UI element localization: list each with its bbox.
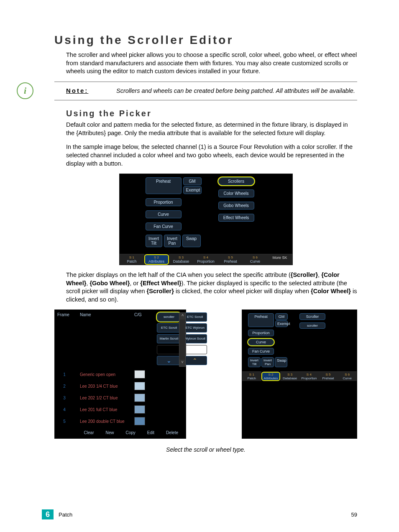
tab-s5[interactable]: S 5Preheat — [218, 254, 243, 265]
grid-etc2[interactable]: ETC Scroll — [157, 323, 181, 332]
grid-empty1[interactable] — [157, 345, 181, 354]
tab-s6[interactable]: S 6Curve — [338, 371, 357, 381]
grid-down-icon[interactable]: ⌄ — [157, 356, 181, 365]
table-row: 2Lee 203 1/4 CT blue — [55, 380, 186, 392]
preheat-button[interactable]: Preheat — [248, 313, 274, 327]
grid-empty2[interactable] — [183, 345, 207, 354]
tab-s6[interactable]: S 6Curve — [243, 254, 268, 265]
grid-scroller[interactable]: scroller — [157, 312, 181, 322]
gm-button[interactable]: GM — [183, 177, 202, 185]
invert-tilt-button[interactable]: Invert Tilt — [248, 357, 261, 367]
chapter-number: 6 — [42, 509, 54, 519]
invert-pan-button[interactable]: Invert Pan — [261, 357, 274, 367]
exempt-button[interactable]: Exempt — [275, 320, 288, 327]
chapter-name: Patch — [59, 512, 72, 518]
note-label: Note: — [66, 87, 116, 94]
color-wheels-button[interactable]: Color Wheels — [218, 189, 254, 197]
effect-wheels-button[interactable]: Effect Wheels — [218, 214, 254, 222]
curve-button[interactable]: Curve — [146, 210, 182, 218]
tab-s3[interactable]: S 3Database — [280, 371, 299, 381]
grid-etc1[interactable]: ETC Scroll — [183, 312, 207, 322]
intro-paragraph: The scroller and wheel picker allows you… — [66, 51, 357, 76]
gm-button[interactable]: GM — [275, 313, 288, 320]
tab-s4[interactable]: S 4Proportion — [194, 254, 218, 265]
invert-pan-button[interactable]: Invert Pan — [164, 235, 181, 247]
paragraph-2: Default color and pattern media for the … — [66, 121, 357, 137]
scroller2-button[interactable]: scroller — [299, 322, 325, 329]
paragraph-3: In the sample image below, the selected … — [66, 143, 357, 168]
new-button[interactable]: New — [105, 430, 114, 435]
exempt-button[interactable]: Exempt — [183, 186, 202, 194]
grid-up-icon[interactable]: ⌃ — [183, 356, 207, 365]
col-head-name: Name — [80, 312, 126, 368]
tab-more[interactable]: More SK — [268, 254, 292, 265]
scroll-up-icon[interactable]: ʌ — [179, 313, 185, 320]
figure-picker-right: Preheat GM Exempt Proportion Curve Fan C… — [242, 309, 357, 439]
figure-attributes-screen: Preheat GM Exempt Proportion Curve Fan C… — [119, 174, 293, 265]
fancurve-button[interactable]: Fan Curve — [248, 348, 274, 355]
table-row: 4Lee 201 full CT blue — [55, 404, 186, 415]
note-block: i Note: Scrollers and wheels can be crea… — [54, 82, 357, 101]
gobo-wheels-button[interactable]: Gobo Wheels — [218, 202, 254, 210]
figure-picker-left: Frame Name C/G scroller ETC Scroll ETC S… — [54, 309, 186, 439]
page-footer: 6 Patch 59 — [42, 509, 357, 519]
page-number: 59 — [351, 512, 357, 518]
curve-button[interactable]: Curve — [248, 339, 274, 345]
swap-button[interactable]: Swap — [182, 235, 201, 247]
note-text: Scrollers and wheels can be created befo… — [116, 87, 355, 95]
paragraph-4: The picker displays on the left half of … — [66, 271, 357, 304]
col-head-frame: Frame — [57, 312, 72, 368]
grid-wybron2[interactable]: Wybron Scroll — [183, 334, 207, 343]
figure-caption: Select the scroll or wheel type. — [54, 446, 357, 453]
copy-button[interactable]: Copy — [126, 430, 136, 435]
col-head-cg: C/G — [134, 312, 148, 368]
fancurve-button[interactable]: Fan Curve — [146, 223, 182, 230]
info-icon: i — [17, 82, 33, 99]
grid-martin[interactable]: Martin Scroll — [157, 334, 181, 343]
tab-s2[interactable]: S 2Attributes — [144, 254, 169, 265]
preheat-button[interactable]: Preheat — [146, 177, 182, 194]
table-row: 5Lee 200 double CT blue — [55, 415, 186, 427]
tab-s3[interactable]: S 3Database — [169, 254, 194, 265]
table-row: 3Lee 202 1/2 CT blue — [55, 392, 186, 404]
scrollers-button[interactable]: Scrollers — [218, 177, 254, 185]
scrollbar[interactable]: ʌ v — [179, 312, 186, 367]
invert-tilt-button[interactable]: Invert Tilt — [146, 235, 162, 247]
swap-button[interactable]: Swap — [275, 357, 287, 367]
tab-s4[interactable]: S 4Proportion — [299, 371, 319, 381]
table-row: 1Generic open open — [55, 368, 186, 380]
scroll-down-icon[interactable]: v — [179, 360, 185, 366]
scroller-button[interactable]: Scroller — [299, 313, 325, 320]
tab-s5[interactable]: S 5Preheat — [319, 371, 338, 381]
page-title: Using the Scroller Editor — [54, 33, 357, 47]
tab-s1[interactable]: S 1Patch — [242, 371, 261, 381]
delete-button[interactable]: Delete — [166, 430, 178, 435]
clear-button[interactable]: Clear — [84, 430, 94, 435]
proportion-button[interactable]: Proportion — [248, 330, 274, 336]
proportion-button[interactable]: Proportion — [146, 198, 182, 206]
grid-wybron1[interactable]: ETC Wybron — [183, 323, 207, 332]
edit-button[interactable]: Edit — [147, 430, 154, 435]
subheading-picker: Using the Picker — [66, 109, 357, 118]
tab-s1[interactable]: S 1Patch — [120, 254, 144, 265]
tab-s2[interactable]: S 2Attributes — [261, 371, 281, 381]
